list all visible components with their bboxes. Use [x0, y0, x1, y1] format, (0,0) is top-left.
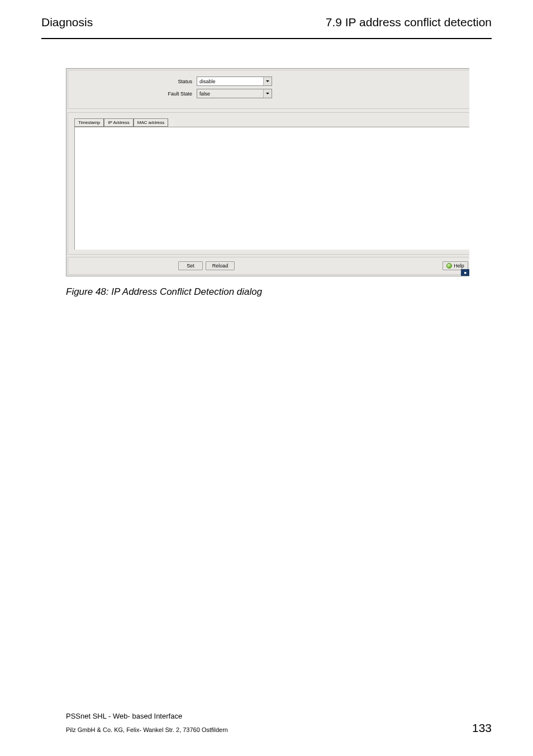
header-left: Diagnosis — [41, 16, 93, 29]
help-label: Help — [454, 263, 464, 269]
reload-label: Reload — [212, 263, 229, 269]
top-panel: Status disable Fault State false — [68, 70, 469, 109]
col-timestamp[interactable]: Timestamp — [74, 118, 104, 127]
fault-state-label: Fault State — [68, 91, 192, 97]
status-dropdown-btn[interactable] — [263, 77, 272, 85]
main-panel: Timestamp IP Address MAC address — [68, 112, 469, 255]
fault-state-select: false — [197, 89, 272, 98]
chevron-down-icon — [266, 93, 269, 94]
fault-state-dropdown-btn — [263, 89, 272, 98]
chevron-down-icon — [266, 80, 269, 82]
header-rule — [41, 38, 492, 39]
status-select[interactable]: disable — [197, 76, 272, 86]
set-button[interactable]: Set — [178, 261, 203, 270]
dialog-screenshot: Status disable Fault State false Timesta… — [66, 68, 469, 276]
reload-button[interactable]: Reload — [206, 261, 235, 270]
help-icon — [446, 263, 452, 269]
footer-row: Pilz GmbH & Co. KG, Felix- Wankel Str. 2… — [66, 721, 492, 735]
header-right: 7.9 IP address conflict detection — [326, 16, 492, 29]
fault-state-value: false — [199, 91, 210, 97]
col-mac-address[interactable]: MAC address — [134, 118, 168, 127]
status-row: Status disable — [68, 76, 272, 86]
footer-title: PSSnet SHL - Web- based Interface — [66, 712, 492, 720]
table-body — [74, 127, 469, 250]
status-value: disable — [199, 79, 216, 84]
figure-caption: Figure 48: IP Address Conflict Detection… — [66, 286, 533, 298]
col-ip-address[interactable]: IP Address — [104, 118, 134, 127]
table-header: Timestamp IP Address MAC address — [74, 118, 174, 127]
set-label: Set — [187, 263, 194, 269]
footer-address: Pilz GmbH & Co. KG, Felix- Wankel Str. 2… — [66, 726, 228, 733]
corner-indicator: ■ — [461, 269, 469, 276]
fault-state-row: Fault State false — [68, 89, 272, 98]
bottom-bar: Set Reload Help — [68, 257, 469, 275]
page-header: Diagnosis 7.9 IP address conflict detect… — [0, 0, 533, 35]
status-label: Status — [68, 79, 192, 84]
page-number: 133 — [472, 721, 492, 735]
page-footer: PSSnet SHL - Web- based Interface Pilz G… — [66, 712, 492, 735]
